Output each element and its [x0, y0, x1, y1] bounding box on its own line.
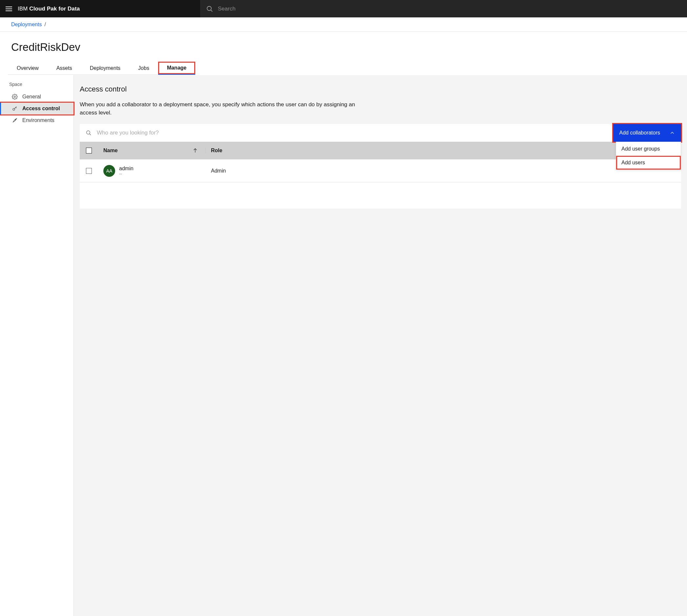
table-empty-space	[80, 182, 681, 208]
toolbar-search[interactable]	[80, 124, 613, 142]
side-group-label: Space	[0, 82, 73, 91]
collaborator-search-input[interactable]	[97, 130, 607, 136]
collaborators-table: Name Role AA	[80, 142, 681, 208]
svg-line-1	[211, 10, 213, 12]
tab-jobs[interactable]: Jobs	[129, 62, 158, 75]
breadcrumb-link-deployments[interactable]: Deployments	[11, 22, 42, 27]
hamburger-icon	[5, 6, 12, 11]
row-checkbox[interactable]	[86, 168, 92, 174]
dropdown-add-users[interactable]: Add users	[616, 156, 681, 170]
panel-title: Access control	[80, 85, 681, 93]
svg-point-0	[207, 6, 211, 10]
column-header-name[interactable]: Name	[98, 148, 206, 154]
gear-icon	[12, 94, 18, 100]
side-nav: Space General Access control Environment…	[0, 75, 74, 616]
breadcrumb: Deployments /	[0, 17, 687, 32]
brand-prefix: IBM	[18, 5, 29, 12]
side-item-general[interactable]: General	[0, 91, 73, 103]
tab-deployments[interactable]: Deployments	[81, 62, 129, 75]
brand-product: Cloud Pak for Data	[29, 5, 80, 12]
tab-overview[interactable]: Overview	[8, 62, 47, 75]
row-role: Admin	[211, 168, 226, 174]
shell-left: IBM Cloud Pak for Data	[0, 0, 200, 17]
column-header-name-label: Name	[103, 148, 118, 154]
side-item-access-control[interactable]: Access control	[0, 103, 73, 114]
svg-line-6	[90, 134, 91, 135]
side-item-label: General	[22, 94, 41, 100]
chevron-up-icon	[669, 130, 675, 136]
breadcrumb-separator: /	[42, 22, 48, 27]
search-icon	[86, 130, 91, 136]
page-title: CreditRiskDev	[11, 41, 676, 53]
row-detail: --	[119, 172, 133, 176]
select-all-checkbox[interactable]	[86, 148, 92, 154]
key-icon	[12, 106, 18, 111]
table-header-row: Name Role	[80, 142, 681, 159]
tab-manage[interactable]: Manage	[158, 62, 195, 75]
row-name: admin	[119, 166, 133, 172]
content-area: Space General Access control Environment…	[0, 75, 687, 616]
name-stack: admin --	[119, 166, 133, 176]
row-role-cell: Admin	[206, 168, 681, 174]
svg-point-3	[13, 108, 15, 110]
row-checkbox-cell	[80, 168, 98, 174]
svg-point-2	[14, 96, 16, 98]
rocket-icon	[12, 117, 18, 123]
hamburger-button[interactable]	[0, 0, 18, 17]
svg-point-5	[87, 131, 90, 134]
dropdown-add-user-groups[interactable]: Add user groups	[616, 142, 681, 156]
toolbar-row: Add collaborators Add user groups Add us…	[80, 124, 681, 142]
sort-asc-icon	[192, 148, 198, 154]
table-row[interactable]: AA admin -- Admin	[80, 159, 681, 182]
add-collaborators-button[interactable]: Add collaborators	[613, 124, 681, 142]
column-header-role-label: Role	[211, 148, 222, 153]
shell-bar: IBM Cloud Pak for Data	[0, 0, 687, 17]
shell-search-input[interactable]	[218, 5, 681, 12]
tab-assets[interactable]: Assets	[47, 62, 81, 75]
avatar: AA	[103, 165, 115, 177]
row-name-cell: AA admin --	[98, 165, 206, 177]
search-icon	[206, 5, 213, 13]
side-item-label: Access control	[22, 106, 60, 111]
tabs-row: Overview Assets Deployments Jobs Manage	[0, 62, 687, 75]
side-item-environments[interactable]: Environments	[0, 114, 73, 126]
add-collaborators-dropdown: Add user groups Add users	[616, 142, 681, 170]
side-item-label: Environments	[22, 117, 55, 123]
brand[interactable]: IBM Cloud Pak for Data	[18, 5, 80, 12]
svg-point-4	[15, 119, 16, 120]
add-collaborators-label: Add collaborators	[619, 130, 660, 136]
header-checkbox-cell	[80, 148, 98, 154]
shell-search[interactable]	[200, 0, 687, 17]
column-header-role[interactable]: Role	[206, 148, 681, 154]
page-header: CreditRiskDev	[0, 32, 687, 62]
panel: Access control When you add a collaborat…	[74, 75, 687, 616]
panel-description: When you add a collaborator to a deploym…	[80, 101, 362, 117]
